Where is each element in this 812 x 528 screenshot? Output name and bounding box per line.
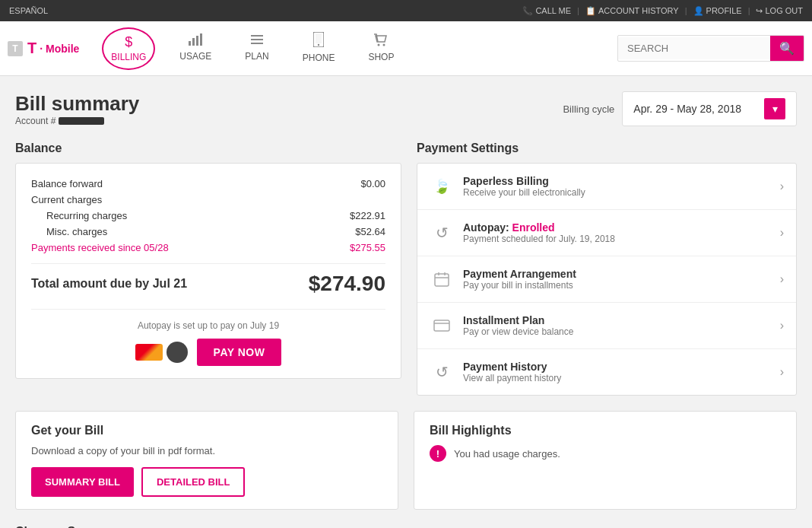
- current-charges-row: Current charges: [31, 192, 385, 208]
- card-icon-2: [167, 342, 188, 363]
- page-title: Bill summary: [15, 92, 139, 116]
- right-column: Payment Settings 🍃 Paperless Billing Rec…: [417, 142, 797, 396]
- ps-item-autopay[interactable]: ↺ Autopay: Enrolled Payment scheduled fo…: [417, 210, 796, 256]
- nav-item-usage[interactable]: USAGE: [163, 21, 228, 76]
- installment-icon: [430, 313, 454, 338]
- ps-item-installment[interactable]: Installment Plan Pay or view device bala…: [417, 303, 796, 349]
- get-bill-description: Download a copy of your bill in pdf form…: [31, 445, 382, 456]
- svg-rect-12: [435, 274, 449, 286]
- svg-point-10: [378, 43, 380, 46]
- main-two-col: Balance Balance forward $0.00 Current ch…: [15, 142, 797, 396]
- call-me-link[interactable]: 📞 CALL ME: [522, 6, 571, 16]
- history-icon: 📋: [585, 6, 596, 16]
- balance-forward-label: Balance forward: [31, 178, 103, 189]
- phone-icon: 📞: [522, 6, 533, 16]
- svg-rect-0: [189, 41, 191, 46]
- misc-charges-row: Misc. charges $52.64: [31, 224, 385, 240]
- arrangement-subtitle: Pay your bill in installments: [463, 280, 576, 291]
- logo: T T · Mobile: [8, 40, 79, 57]
- svg-rect-6: [251, 43, 263, 44]
- billing-cycle: Billing cycle Apr. 29 - May 28, 2018 ▾: [563, 91, 797, 126]
- logout-icon: ↪: [756, 6, 763, 16]
- svg-rect-13: [434, 320, 449, 331]
- account-redact: [59, 117, 104, 125]
- total-amount: $274.90: [309, 272, 385, 296]
- payments-row[interactable]: Payments received since 05/28 $275.55: [31, 240, 385, 256]
- installment-subtitle: Pay or view device balance: [463, 326, 573, 337]
- card-icons: [135, 342, 188, 363]
- charges-summary-title: Charges Summary: [15, 525, 797, 528]
- recurring-charges-value: $222.91: [350, 210, 385, 221]
- language-switch[interactable]: ESPAÑOL: [9, 6, 48, 15]
- bill-title: Bill summary Account #: [15, 92, 139, 126]
- chevron-right-icon-5: ›: [780, 365, 784, 379]
- usage-icon: [189, 33, 202, 49]
- balance-card: Balance forward $0.00 Current charges Re…: [15, 163, 401, 379]
- mastercard-icon: [135, 344, 163, 361]
- paperless-subtitle: Receive your bill electronically: [463, 187, 585, 198]
- misc-charges-label: Misc. charges: [46, 226, 107, 237]
- recurring-charges-label: Recurring charges: [46, 210, 127, 221]
- arrangement-icon: [430, 267, 454, 291]
- shop-icon: [374, 33, 388, 50]
- svg-rect-3: [200, 33, 202, 46]
- history-title: Payment History: [463, 361, 561, 373]
- nav-items: $ BILLING USAGE PLAN PHONE SHOP: [94, 21, 617, 76]
- chevron-right-icon-4: ›: [780, 319, 784, 332]
- highlight-icon: !: [430, 445, 446, 462]
- profile-link[interactable]: 👤 PROFILE: [693, 6, 742, 16]
- nav-item-billing[interactable]: $ BILLING: [102, 27, 155, 70]
- total-row: Total amount due by Jul 21 $274.90: [31, 263, 385, 298]
- balance-forward-row: Balance forward $0.00: [31, 176, 385, 192]
- detailed-bill-button[interactable]: DETAILED BILL: [141, 467, 246, 497]
- search-box: 🔍: [617, 35, 804, 62]
- payment-settings-title: Payment Settings: [417, 142, 797, 155]
- left-column: Balance Balance forward $0.00 Current ch…: [15, 142, 401, 396]
- nav-item-plan[interactable]: PLAN: [228, 21, 285, 76]
- search-input[interactable]: [618, 37, 770, 59]
- arrangement-title: Payment Arrangement: [463, 268, 576, 280]
- autopay-info: Autopay is set up to pay on July 19: [138, 320, 279, 331]
- ps-item-history[interactable]: ↺ Payment History View all payment histo…: [417, 349, 796, 395]
- recurring-charges-row: Recurring charges $222.91: [31, 208, 385, 224]
- svg-rect-8: [316, 33, 322, 43]
- nav-item-shop[interactable]: SHOP: [351, 21, 411, 76]
- bottom-section: Get your Bill Download a copy of your bi…: [15, 411, 797, 510]
- highlight-row: ! You had usage charges.: [430, 445, 781, 462]
- bill-btn-row: SUMMARY BILL DETAILED BILL: [31, 467, 382, 497]
- get-bill-card: Get your Bill Download a copy of your bi…: [15, 411, 398, 510]
- summary-bill-button[interactable]: SUMMARY BILL: [31, 467, 134, 497]
- installment-title: Installment Plan: [463, 314, 573, 326]
- account-history-link[interactable]: 📋 ACCOUNT HISTORY: [585, 6, 679, 16]
- phone-nav-icon: [313, 32, 324, 51]
- payments-label: Payments received since 05/28: [31, 242, 169, 253]
- ps-item-arrangement[interactable]: Payment Arrangement Pay your bill in ins…: [417, 256, 796, 303]
- logout-link[interactable]: ↪ LOG OUT: [756, 6, 803, 16]
- nav-item-phone[interactable]: PHONE: [286, 21, 352, 76]
- plan-icon: [250, 33, 264, 49]
- profile-icon: 👤: [693, 6, 704, 16]
- total-label: Total amount due by Jul 21: [31, 277, 187, 291]
- autopay-row: Autopay is set up to pay on July 19 PAY …: [31, 309, 385, 366]
- paperless-icon: 🍃: [430, 174, 454, 199]
- search-button[interactable]: 🔍: [770, 36, 804, 61]
- main-content: Bill summary Account # Billing cycle Apr…: [0, 76, 812, 528]
- top-bar-left: ESPAÑOL: [9, 6, 48, 15]
- svg-rect-1: [192, 38, 195, 46]
- svg-rect-2: [196, 36, 198, 46]
- bill-highlights-card: Bill Highlights ! You had usage charges.: [414, 411, 797, 510]
- autopay-title: Autopay: Enrolled: [463, 221, 615, 234]
- search-area: 🔍: [617, 35, 804, 62]
- svg-point-11: [383, 43, 385, 46]
- main-nav: T T · Mobile $ BILLING USAGE PLAN: [0, 21, 812, 76]
- pay-now-button[interactable]: PAY NOW: [197, 339, 282, 366]
- billing-cycle-selector[interactable]: Apr. 29 - May 28, 2018 ▾: [622, 91, 797, 126]
- autopay-actions: PAY NOW: [135, 339, 282, 366]
- bill-highlights-title: Bill Highlights: [430, 424, 781, 437]
- history-ps-icon: ↺: [430, 360, 454, 384]
- balance-section-title: Balance: [15, 142, 401, 155]
- ps-item-paperless[interactable]: 🍃 Paperless Billing Receive your bill el…: [417, 164, 796, 210]
- chevron-right-icon: ›: [780, 180, 784, 193]
- misc-charges-value: $52.64: [355, 226, 385, 237]
- global-icon: T: [8, 41, 23, 56]
